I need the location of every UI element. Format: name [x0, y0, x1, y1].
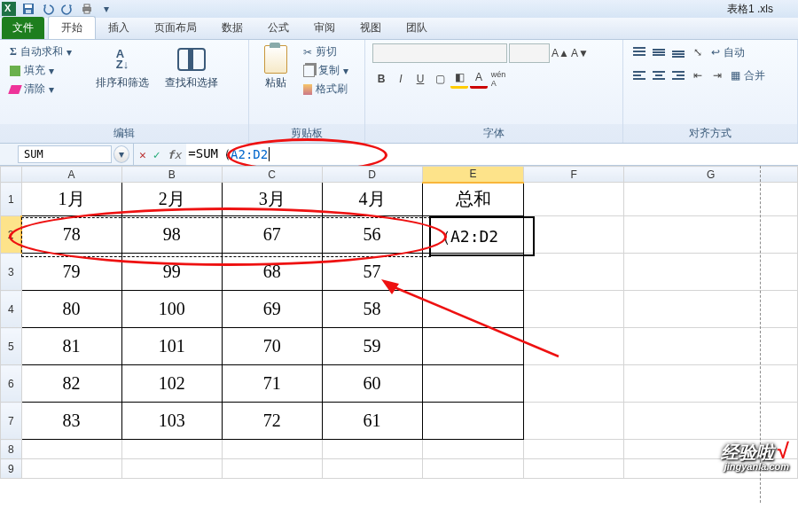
tab-home[interactable]: 开始 [48, 16, 96, 39]
cell-B8[interactable] [121, 440, 222, 459]
row-6-header[interactable]: 6 [1, 365, 22, 403]
orientation-icon[interactable]: ⤡ [689, 43, 707, 61]
save-icon[interactable] [21, 2, 35, 16]
fx-icon[interactable]: fx [168, 148, 182, 161]
cell-B1[interactable]: 2月 [121, 183, 222, 216]
cell-C4[interactable]: 69 [222, 291, 322, 328]
row-5-header[interactable]: 5 [1, 328, 22, 365]
cell-E9[interactable] [422, 459, 524, 479]
increase-font-icon[interactable]: A▲ [552, 44, 569, 62]
cell-B6[interactable]: 102 [121, 365, 222, 403]
cell-E5[interactable] [422, 328, 524, 365]
tab-formulas[interactable]: 公式 [255, 17, 301, 39]
cell-G2[interactable] [624, 216, 798, 254]
cell-E4[interactable] [422, 291, 524, 328]
font-color-button[interactable]: A [470, 68, 488, 89]
name-box-dropdown-icon[interactable]: ▾ [113, 145, 129, 163]
cell-F3[interactable] [524, 254, 624, 291]
align-middle-icon[interactable] [650, 43, 668, 61]
cell-D4[interactable]: 58 [322, 291, 422, 328]
cell-F1[interactable] [524, 183, 624, 216]
cell-A1[interactable]: 1月 [21, 183, 121, 216]
worksheet[interactable]: A B C D E F G 1 1月 2月 3月 4月 总和 2 78 98 6… [0, 166, 798, 479]
name-box[interactable]: SUM [18, 145, 112, 163]
cell-E1[interactable]: 总和 [422, 183, 524, 216]
cell-G4[interactable] [624, 291, 798, 328]
cell-A3[interactable]: 79 [21, 254, 121, 291]
cancel-formula-icon[interactable]: ✕ [139, 148, 146, 161]
cell-F7[interactable] [524, 403, 624, 440]
row-7-header[interactable]: 7 [1, 403, 22, 440]
tab-review[interactable]: 审阅 [301, 17, 348, 39]
cell-G7[interactable] [624, 403, 798, 440]
cell-E3[interactable] [422, 254, 524, 291]
col-F[interactable]: F [524, 167, 624, 183]
cell-B9[interactable] [121, 459, 222, 479]
autosum-button[interactable]: Σ自动求和 ▾ [7, 43, 85, 60]
copy-button[interactable]: 复制 ▾ [301, 62, 351, 79]
excel-app-icon[interactable] [2, 2, 16, 16]
cell-F6[interactable] [524, 365, 624, 403]
cell-E6[interactable] [422, 365, 524, 403]
tab-page-layout[interactable]: 页面布局 [142, 17, 209, 39]
cell-F5[interactable] [524, 328, 624, 365]
cell-B3[interactable]: 99 [121, 254, 222, 291]
bold-button[interactable]: B [372, 70, 390, 88]
col-E[interactable]: E [422, 167, 524, 183]
cell-C3[interactable]: 68 [222, 254, 322, 291]
cell-E7[interactable] [422, 403, 524, 440]
cell-E8[interactable] [422, 440, 524, 459]
increase-indent-icon[interactable]: ⇥ [708, 66, 726, 84]
row-2-header[interactable]: 2 [1, 216, 22, 254]
qat-dropdown-icon[interactable]: ▾ [99, 2, 113, 16]
cell-C7[interactable]: 72 [222, 403, 322, 440]
sort-filter-button[interactable]: AZ↓ 排序和筛选 [90, 43, 154, 92]
col-C[interactable]: C [222, 167, 322, 183]
cell-F8[interactable] [524, 440, 624, 459]
font-name-select[interactable] [372, 43, 507, 63]
cell-B7[interactable]: 103 [121, 403, 222, 440]
cell-F9[interactable] [524, 459, 624, 479]
print-icon[interactable] [80, 2, 94, 16]
align-center-icon[interactable] [650, 66, 668, 84]
enter-formula-icon[interactable]: ✓ [153, 148, 160, 161]
col-D[interactable]: D [322, 167, 422, 183]
cell-G5[interactable] [624, 328, 798, 365]
cell-C5[interactable]: 70 [222, 328, 322, 365]
cell-G1[interactable] [624, 183, 798, 216]
col-B[interactable]: B [121, 167, 222, 183]
find-select-button[interactable]: 查找和选择 [160, 43, 223, 92]
cell-D3[interactable]: 57 [322, 254, 422, 291]
cell-A8[interactable] [21, 440, 121, 459]
row-9-header[interactable]: 9 [1, 459, 22, 479]
borders-button[interactable]: ▢ [431, 70, 449, 88]
align-right-icon[interactable] [669, 66, 687, 84]
tab-insert[interactable]: 插入 [96, 17, 142, 39]
cell-C2[interactable]: 67 [222, 216, 322, 254]
tab-data[interactable]: 数据 [209, 17, 255, 39]
select-all-corner[interactable] [1, 167, 22, 183]
cut-button[interactable]: ✂剪切 [301, 43, 351, 60]
align-bottom-icon[interactable] [669, 43, 687, 61]
cell-D2[interactable]: 56 [322, 216, 422, 254]
align-left-icon[interactable] [630, 66, 648, 84]
redo-icon[interactable] [60, 2, 74, 16]
underline-button[interactable]: U [411, 70, 429, 88]
row-4-header[interactable]: 4 [1, 291, 22, 328]
cell-G8[interactable] [624, 440, 798, 459]
tab-view[interactable]: 视图 [348, 17, 394, 39]
cell-G3[interactable] [624, 254, 798, 291]
wrap-text-button[interactable]: ↩自动 [708, 43, 747, 61]
decrease-indent-icon[interactable]: ⇤ [689, 66, 707, 84]
phonetic-button[interactable]: wénA [489, 70, 507, 88]
cell-A9[interactable] [21, 459, 121, 479]
cell-A4[interactable]: 80 [21, 291, 121, 328]
italic-button[interactable]: I [392, 70, 410, 88]
cell-D7[interactable]: 61 [322, 403, 422, 440]
cell-D9[interactable] [322, 459, 422, 479]
cell-B2[interactable]: 98 [121, 216, 222, 254]
col-A[interactable]: A [21, 167, 121, 183]
cell-D5[interactable]: 59 [322, 328, 422, 365]
cell-C9[interactable] [222, 459, 322, 479]
cell-B5[interactable]: 101 [121, 328, 222, 365]
